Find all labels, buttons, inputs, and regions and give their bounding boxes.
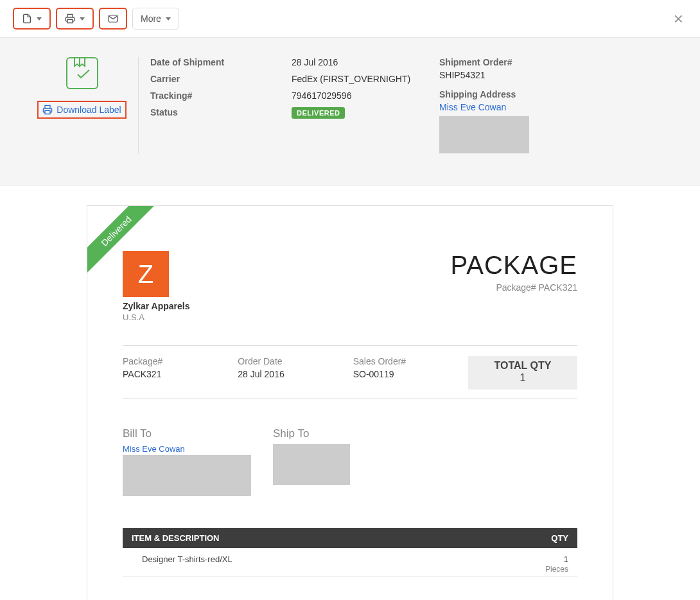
item-qty: 1 — [564, 554, 568, 564]
label-status: Status — [150, 107, 292, 117]
doc-title: PACKAGE — [451, 251, 577, 280]
download-label-button[interactable]: Download Label — [37, 101, 126, 119]
items-header: ITEM & DESCRIPTION QTY — [123, 528, 577, 548]
billto-name[interactable]: Miss Eve Cowan — [123, 444, 251, 454]
so-value: SO-00119 — [353, 369, 468, 379]
summary-left: Download Label — [26, 57, 138, 119]
file-pdf-icon — [22, 13, 32, 24]
col-qty: QTY — [551, 533, 568, 543]
shipment-summary: Download Label Date of Shipment Carrier … — [0, 38, 700, 186]
print-button[interactable] — [56, 8, 94, 30]
svg-rect-2 — [45, 110, 50, 114]
address-row: Bill To Miss Eve Cowan Ship To — [123, 427, 577, 496]
pkg-value: PACK321 — [123, 369, 238, 379]
totalqty-label: TOTAL QTY — [468, 360, 577, 372]
caret-down-icon — [37, 17, 42, 21]
caret-down-icon — [80, 17, 85, 21]
billto-label: Bill To — [123, 427, 251, 440]
pkg-label: Package# — [123, 356, 238, 366]
printer-icon — [65, 13, 75, 24]
company-name: Zylkar Apparels — [123, 301, 190, 311]
status-badge: DELIVERED — [292, 107, 345, 119]
orderdate-label: Order Date — [238, 356, 353, 366]
value-carrier: FedEx (FIRST_OVERNIGHT) — [292, 74, 439, 84]
package-document: Delivered Z Zylkar Apparels U.S.A PACKAG… — [87, 205, 613, 600]
shipto-label: Ship To — [273, 427, 350, 440]
orderdate-value: 28 Jul 2016 — [238, 369, 353, 379]
pdf-button[interactable] — [13, 8, 51, 30]
summary-info: Date of Shipment Carrier Tracking# Statu… — [138, 57, 674, 153]
email-button[interactable] — [99, 8, 127, 30]
value-date: 28 Jul 2016 — [292, 57, 439, 67]
label-tracking: Tracking# — [150, 90, 292, 101]
label-carrier: Carrier — [150, 74, 292, 84]
col-item: ITEM & DESCRIPTION — [132, 533, 220, 543]
order-value: SHIP54321 — [439, 70, 529, 80]
company-location: U.S.A — [123, 313, 190, 322]
download-label-text: Download Label — [57, 105, 121, 115]
mail-icon — [108, 13, 118, 24]
shipaddr-name-link[interactable]: Miss Eve Cowan — [439, 102, 506, 112]
so-label: Sales Order# — [353, 356, 468, 366]
caret-down-icon — [166, 17, 171, 21]
doc-info-row: Package# PACK321 Order Date 28 Jul 2016 … — [123, 356, 577, 390]
close-button[interactable]: × — [670, 10, 687, 27]
label-date: Date of Shipment — [150, 57, 292, 67]
printer-icon — [42, 105, 53, 115]
more-button[interactable]: More — [132, 8, 179, 30]
shipment-delivered-icon — [66, 57, 98, 89]
toolbar: More × — [0, 0, 700, 38]
doc-package-number: Package# PACK321 — [451, 282, 577, 293]
company-logo: Z — [123, 251, 169, 297]
doc-header: Z Zylkar Apparels U.S.A PACKAGE Package#… — [123, 251, 577, 322]
svg-rect-0 — [67, 19, 73, 22]
order-column: Shipment Order# SHIP54321 Shipping Addre… — [439, 57, 529, 153]
more-label: More — [141, 13, 161, 24]
document-area: Delivered Z Zylkar Apparels U.S.A PACKAG… — [0, 186, 700, 600]
divider — [123, 399, 577, 399]
value-tracking: 794617029596 — [292, 90, 439, 101]
shipaddr-placeholder — [439, 116, 529, 153]
item-unit: Pieces — [545, 565, 568, 574]
divider — [123, 345, 577, 346]
billto-placeholder — [123, 455, 251, 496]
billto-column: Bill To Miss Eve Cowan — [123, 427, 251, 496]
total-qty-box: TOTAL QTY 1 — [468, 356, 577, 390]
table-row: Designer T-shirts-red/XL 1 Pieces — [123, 548, 577, 577]
shipto-column: Ship To — [273, 427, 350, 496]
order-label: Shipment Order# — [439, 57, 529, 67]
shipto-placeholder — [273, 444, 350, 485]
item-desc: Designer T-shirts-red/XL — [142, 554, 232, 574]
close-icon: × — [674, 9, 683, 28]
shipaddr-label: Shipping Address — [439, 89, 529, 99]
totalqty-value: 1 — [468, 372, 577, 384]
